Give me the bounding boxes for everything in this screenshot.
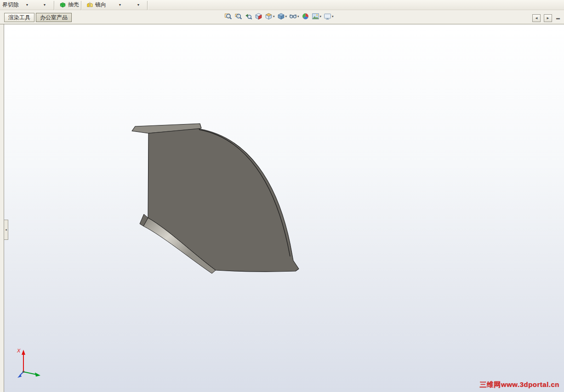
dropdown-arrow-icon: ▼: [119, 3, 122, 6]
feature-toolbar: 界切除 ▼ ▼ 抽壳 镜向 ▼ ▼: [0, 0, 564, 10]
part-model[interactable]: [132, 124, 299, 273]
cut-extrude-label[interactable]: 界切除: [2, 0, 19, 10]
edit-appearance-icon: [302, 12, 309, 20]
commandmanager-tabs: 渲染工具 办公室产品: [4, 13, 73, 22]
flyout-dropdown-button[interactable]: ▼: [114, 0, 126, 10]
shell-button[interactable]: 抽壳: [57, 0, 81, 10]
section-view-button[interactable]: [254, 12, 263, 21]
mirror-label: 镜向: [95, 1, 106, 9]
dropdown-arrow-icon: ▼: [137, 3, 140, 6]
previous-view-icon: [245, 12, 252, 20]
watermark-text: 三维网www.3dportal.cn: [480, 381, 559, 389]
display-style-icon: [277, 12, 285, 20]
collapse-pane-right-button[interactable]: ►: [544, 14, 552, 22]
feature-panel-collapse-handle[interactable]: ◄: [4, 220, 8, 240]
minimize-icon: ▬: [556, 16, 560, 20]
view-orientation-icon: [265, 12, 273, 20]
triad-x-label: X: [17, 348, 21, 353]
commandmanager-tab-bar: 渲染工具 办公室产品 ▾▾▾▾▾ ◄ ► ▬: [0, 10, 564, 24]
zoom-area-icon: [234, 12, 242, 20]
minimize-toolbar-button[interactable]: ▬: [554, 15, 562, 21]
hide-show-items-icon: [289, 12, 297, 20]
apply-scene-button[interactable]: ▾: [311, 12, 323, 21]
zoom-area-button[interactable]: [234, 12, 243, 21]
display-style-button[interactable]: ▾: [276, 12, 288, 21]
hide-show-items-button[interactable]: ▾: [288, 12, 300, 21]
flyout-dropdown-button[interactable]: ▼: [39, 0, 51, 10]
toolbar-separator: [81, 1, 82, 11]
triad-y-axis: [23, 372, 36, 375]
view-orientation-button[interactable]: ▾: [264, 12, 276, 21]
reference-triad: X: [14, 346, 44, 380]
dropdown-arrow-icon: ▼: [43, 3, 46, 6]
dropdown-caret-icon[interactable]: ▾: [273, 15, 275, 18]
zoom-fit-icon: [224, 12, 232, 20]
flyout-dropdown-button[interactable]: ▼: [132, 0, 144, 10]
pane-right-icon: ►: [546, 16, 550, 20]
dropdown-caret-icon[interactable]: ▾: [285, 15, 287, 18]
triad-x-arrow-icon: [22, 350, 25, 355]
collapse-pane-left-button[interactable]: ◄: [532, 14, 541, 22]
triad-origin: [23, 371, 24, 373]
dropdown-caret-icon[interactable]: ▾: [332, 15, 334, 18]
tab-office-products[interactable]: 办公室产品: [36, 13, 72, 22]
apply-scene-icon: [312, 12, 319, 20]
heads-up-view-toolbar: ▾▾▾▾▾: [223, 12, 335, 21]
view-settings-icon: [324, 12, 331, 20]
view-settings-button[interactable]: ▾: [323, 12, 335, 21]
tab-render-tools[interactable]: 渲染工具: [4, 13, 34, 22]
section-view-icon: [255, 12, 262, 20]
shell-label: 抽壳: [68, 1, 79, 9]
toolbar-separator: [54, 1, 55, 11]
pane-left-icon: ◄: [535, 16, 538, 20]
dropdown-arrow-icon: ▼: [26, 3, 29, 6]
dropdown-caret-icon[interactable]: ▾: [320, 15, 322, 18]
flyout-dropdown-button[interactable]: ▼: [21, 0, 33, 10]
model-front-face[interactable]: [148, 129, 299, 272]
graphics-viewport[interactable]: ◄ X 三维网www.3dportal.cn: [4, 24, 564, 392]
dropdown-caret-icon[interactable]: ▾: [297, 15, 299, 18]
model-canvas[interactable]: [4, 24, 564, 392]
collapse-arrow-icon: ◄: [5, 228, 7, 231]
previous-view-button[interactable]: [244, 12, 253, 21]
triad-y-arrow-icon: [35, 373, 40, 377]
mirror-button[interactable]: 镜向: [85, 0, 108, 10]
zoom-fit-button[interactable]: [223, 12, 233, 21]
shell-icon: [59, 1, 66, 8]
edit-appearance-button[interactable]: [301, 12, 310, 21]
mirror-icon: [86, 1, 93, 8]
toolbar-separator: [147, 1, 148, 11]
